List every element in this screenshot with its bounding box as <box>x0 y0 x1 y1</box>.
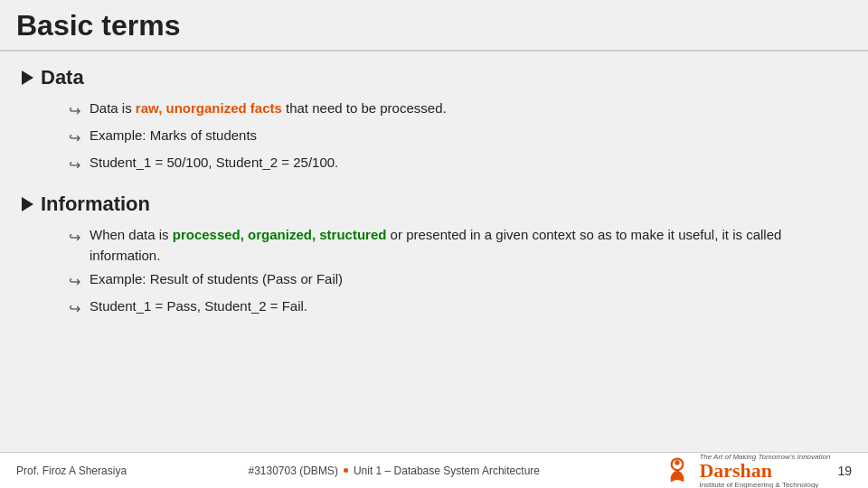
darshan-logo: The Art of Making Tomorrow's Innovation … <box>661 453 830 489</box>
info-bullet-1: ↪ When data is processed, organized, str… <box>69 225 846 266</box>
section-data-title: Data <box>41 66 84 89</box>
section-data-heading: Data <box>22 66 846 89</box>
darshan-logo-icon <box>661 455 693 487</box>
footer-author: Prof. Firoz A Sherasiya <box>16 465 127 477</box>
arrow-icon-4: ↪ <box>69 227 80 249</box>
title-bar: Basic terms <box>0 0 868 52</box>
main-content: Data ↪ Data is raw, unorganized facts th… <box>0 52 868 351</box>
data-bullet-3: ↪ Student_1 = 50/100, Student_2 = 25/100… <box>69 153 846 176</box>
highlight-processed-organized: processed, organized, structured <box>173 227 387 242</box>
darshan-subtitle: Institute of Engineering & Technology <box>699 481 818 489</box>
arrow-icon-3: ↪ <box>69 155 80 176</box>
darshan-name: Darshan <box>699 461 772 481</box>
page-title: Basic terms <box>16 9 180 42</box>
section-info-heading: Information <box>22 192 846 216</box>
data-bullet-1: ↪ Data is raw, unorganized facts that ne… <box>69 99 846 122</box>
darshan-text-block: The Art of Making Tomorrow's Innovation … <box>699 453 830 489</box>
data-bullet-2-text: Example: Marks of students <box>90 126 846 146</box>
svg-point-1 <box>675 460 680 465</box>
data-bullet-3-text: Student_1 = 50/100, Student_2 = 25/100. <box>90 153 846 174</box>
info-bullet-2: ↪ Example: Result of students (Pass or F… <box>69 269 846 293</box>
triangle-icon-data <box>22 70 33 85</box>
highlight-raw-unorganized: raw, unorganized facts <box>136 100 282 116</box>
footer-dot <box>344 468 348 473</box>
page-number: 19 <box>837 464 852 478</box>
section-info-title: Information <box>41 192 150 216</box>
info-bullet-list: ↪ When data is processed, organized, str… <box>69 225 846 320</box>
triangle-icon-info <box>22 197 33 211</box>
arrow-icon-5: ↪ <box>69 271 80 293</box>
arrow-icon-6: ↪ <box>69 298 80 320</box>
footer-right: The Art of Making Tomorrow's Innovation … <box>661 453 852 489</box>
darshan-logo-inner: The Art of Making Tomorrow's Innovation … <box>661 453 830 489</box>
footer-course-text: #3130703 (DBMS) <box>248 465 337 477</box>
data-bullet-2: ↪ Example: Marks of students <box>69 126 846 149</box>
footer: Prof. Firoz A Sherasiya #3130703 (DBMS) … <box>0 452 868 488</box>
footer-unit-text: Unit 1 – Database System Architecture <box>354 465 540 477</box>
arrow-icon-2: ↪ <box>69 127 80 149</box>
data-bullet-list: ↪ Data is raw, unorganized facts that ne… <box>69 99 846 176</box>
footer-center-info: #3130703 (DBMS) Unit 1 – Database System… <box>248 465 540 477</box>
arrow-icon-1: ↪ <box>69 100 80 122</box>
data-bullet-1-text: Data is raw, unorganized facts that need… <box>90 99 846 119</box>
info-bullet-3: ↪ Student_1 = Pass, Student_2 = Fail. <box>69 296 846 320</box>
info-bullet-1-text: When data is processed, organized, struc… <box>90 225 846 266</box>
info-bullet-2-text: Example: Result of students (Pass or Fai… <box>90 269 846 290</box>
info-bullet-3-text: Student_1 = Pass, Student_2 = Fail. <box>90 296 846 317</box>
